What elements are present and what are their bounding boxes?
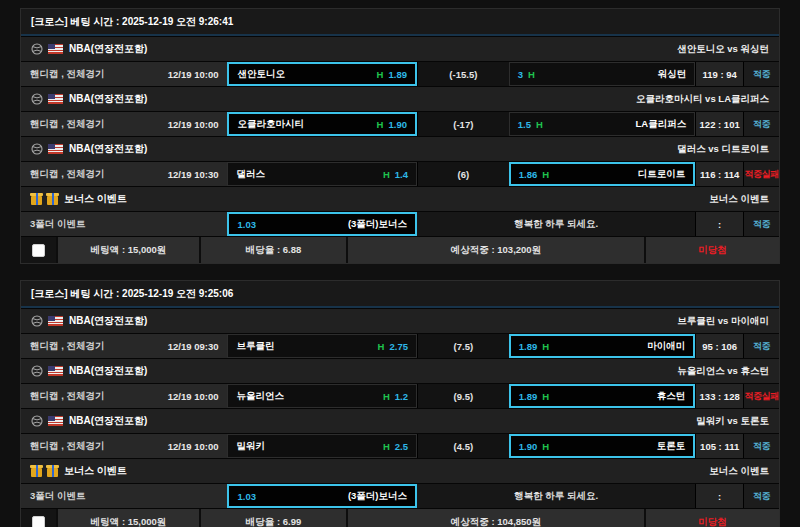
league-name: NBA(연장전포함) <box>69 314 147 328</box>
basketball-icon <box>31 143 43 155</box>
league-row: NBA(연장전포함) 오클라호마시티 vs LA클리퍼스 <box>21 86 779 111</box>
game-entry: NBA(연장전포함) 샌안토니오 vs 워싱턴 핸디캡 , 전체경기 12/19… <box>21 36 779 86</box>
league-icons <box>31 143 63 155</box>
away-bet-cell[interactable]: 1.89 H 휴스턴 <box>509 384 696 408</box>
league-row: NBA(연장전포함) 뉴올리언스 vs 휴스턴 <box>21 358 779 383</box>
handicap-marker: H <box>378 341 385 352</box>
away-team: 마이애미 <box>647 340 685 353</box>
home-odds-pair: H 1.90 <box>377 119 407 130</box>
select-checkbox-cell <box>21 237 56 263</box>
away-odds-pair: 1.86 H <box>519 169 549 180</box>
score-cell: 95 : 106 <box>695 334 743 358</box>
summary-expected-win: 예상적중 : 103,200원 <box>346 237 644 263</box>
home-odds: 1.2 <box>395 391 408 402</box>
entries: NBA(연장전포함) 샌안토니오 vs 워싱턴 핸디캡 , 전체경기 12/19… <box>21 36 779 186</box>
gift-icon <box>47 196 58 205</box>
select-checkbox-cell <box>21 509 56 527</box>
away-bet-cell[interactable]: 1.89 H 마이애미 <box>509 334 696 358</box>
game-row: 핸디캡 , 전체경기 12/19 09:30 브루클린 H 2.75 (7.5)… <box>21 333 779 358</box>
bonus-result-cell: 적중 <box>743 484 779 508</box>
home-bet-cell[interactable]: 댈러스 H 1.4 <box>227 162 417 186</box>
market-cell: 핸디캡 , 전체경기 12/19 10:00 <box>21 112 227 136</box>
matchup-label: 브루클린 vs 마이애미 <box>677 315 769 328</box>
bonus-league-row: 보너스 이벤트 보너스 이벤트 <box>21 458 779 483</box>
league-icons <box>31 43 63 55</box>
market-label: 핸디캡 , 전체경기 <box>30 168 104 181</box>
matchup-label: 뉴올리언스 vs 휴스턴 <box>677 365 769 378</box>
away-team: 토론토 <box>657 440 686 453</box>
handicap-value: (-15.5) <box>417 62 509 86</box>
away-odds: 1.89 <box>519 341 538 352</box>
home-bet-cell[interactable]: 샌안토니오 H 1.89 <box>227 62 417 86</box>
bonus-result-cell: 적중 <box>743 212 779 236</box>
league-row: NBA(연장전포함) 밀워키 vs 토론토 <box>21 408 779 433</box>
away-odds-pair: 1.90 H <box>519 441 549 452</box>
league-icons <box>31 365 63 377</box>
entries: NBA(연장전포함) 브루클린 vs 마이애미 핸디캡 , 전체경기 12/19… <box>21 308 779 458</box>
handicap-marker: H <box>542 391 549 402</box>
league-row: NBA(연장전포함) 댈러스 vs 디트로이트 <box>21 136 779 161</box>
bet-slip-header: [크로스] 베팅 시간 : 2025-12-19 오전 9:26:41 <box>21 9 779 36</box>
league-name: NBA(연장전포함) <box>69 142 147 156</box>
score-cell: 116 : 114 <box>695 162 743 186</box>
game-time: 12/19 10:00 <box>168 391 219 402</box>
game-row: 핸디캡 , 전체경기 12/19 10:00 오클라호마시티 H 1.90 (-… <box>21 111 779 136</box>
handicap-marker: H <box>383 391 390 402</box>
home-team: 샌안토니오 <box>237 68 285 81</box>
game-time: 12/19 10:00 <box>168 119 219 130</box>
league-icons <box>31 315 63 327</box>
market-cell: 핸디캡 , 전체경기 12/19 10:30 <box>21 162 227 186</box>
bet-slip-header: [크로스] 베팅 시간 : 2025-12-19 오전 9:25:06 <box>21 281 779 308</box>
basketball-icon <box>31 365 43 377</box>
away-bet-cell[interactable]: 1.86 H 디트로이트 <box>509 162 696 186</box>
league-name: NBA(연장전포함) <box>69 92 147 106</box>
bonus-odds: 1.03 <box>237 491 256 502</box>
gift-icon <box>31 196 42 205</box>
handicap-marker: H <box>377 119 384 130</box>
market-cell: 핸디캡 , 전체경기 12/19 10:00 <box>21 434 227 458</box>
select-checkbox[interactable] <box>32 516 45 527</box>
league-row: NBA(연장전포함) 샌안토니오 vs 워싱턴 <box>21 36 779 61</box>
handicap-marker: H <box>377 69 384 80</box>
home-team: 뉴올리언스 <box>236 390 284 403</box>
game-entry: NBA(연장전포함) 오클라호마시티 vs LA클리퍼스 핸디캡 , 전체경기 … <box>21 86 779 136</box>
home-bet-cell[interactable]: 밀워키 H 2.5 <box>227 434 417 458</box>
summary-total-odds: 배당율 : 6.88 <box>199 237 346 263</box>
market-cell: 핸디캡 , 전체경기 12/19 09:30 <box>21 334 227 358</box>
bonus-bet-cell[interactable]: 1.03 (3폴더)보너스 <box>227 484 417 508</box>
bonus-market-label: 3폴더 이벤트 <box>30 490 85 503</box>
home-odds-pair: H 2.75 <box>378 341 408 352</box>
us-flag-icon <box>48 366 63 376</box>
us-flag-icon <box>48 316 63 326</box>
league-icons <box>31 93 63 105</box>
bonus-market-cell: 3폴더 이벤트 <box>21 484 227 508</box>
select-checkbox[interactable] <box>32 244 45 257</box>
bonus-bet-cell[interactable]: 1.03 (3폴더)보너스 <box>227 212 417 236</box>
home-bet-cell[interactable]: 브루클린 H 2.75 <box>227 334 417 358</box>
away-bet-cell[interactable]: 1.5 H LA클리퍼스 <box>509 112 696 136</box>
bonus-league-label: 보너스 이벤트 <box>64 192 127 206</box>
us-flag-icon <box>48 44 63 54</box>
home-bet-cell[interactable]: 오클라호마시티 H 1.90 <box>227 112 417 136</box>
away-bet-cell[interactable]: 1.90 H 토론토 <box>509 434 696 458</box>
away-odds: 1.89 <box>519 391 538 402</box>
handicap-value: (7.5) <box>417 334 509 358</box>
basketball-icon <box>31 93 43 105</box>
bonus-message: 행복한 하루 되세요. <box>417 484 695 508</box>
game-row: 핸디캡 , 전체경기 12/19 10:00 밀워키 H 2.5 (4.5) 1… <box>21 433 779 458</box>
bonus-market-cell: 3폴더 이벤트 <box>21 212 227 236</box>
bet-history-page: [크로스] 베팅 시간 : 2025-12-19 오전 9:26:41 NBA(… <box>20 8 780 527</box>
game-time: 12/19 10:30 <box>168 169 219 180</box>
score-cell: 133 : 128 <box>695 384 743 408</box>
market-label: 핸디캡 , 전체경기 <box>30 390 104 403</box>
away-odds-pair: 3 H <box>518 69 535 80</box>
home-bet-cell[interactable]: 뉴올리언스 H 1.2 <box>227 384 417 408</box>
market-label: 핸디캡 , 전체경기 <box>30 118 104 131</box>
game-time: 12/19 09:30 <box>168 341 219 352</box>
away-odds-pair: 1.89 H <box>519 341 549 352</box>
away-bet-cell[interactable]: 3 H 워싱턴 <box>509 62 696 86</box>
handicap-value: (4.5) <box>417 434 509 458</box>
away-team: LA클리퍼스 <box>636 118 687 131</box>
bonus-odds: 1.03 <box>237 219 256 230</box>
home-team: 밀워키 <box>236 440 265 453</box>
